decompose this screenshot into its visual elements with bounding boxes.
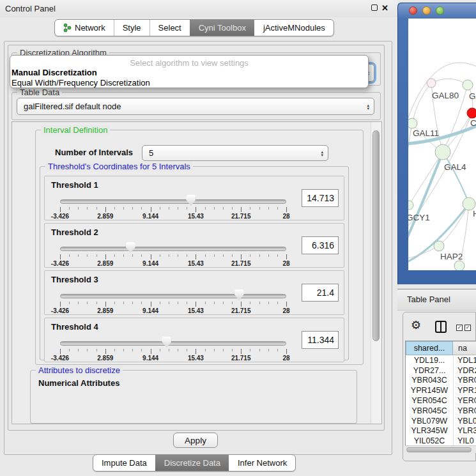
network-node[interactable] — [435, 144, 450, 160]
network-node[interactable] — [454, 261, 464, 270]
table-data-selected: galFiltered.sif default node — [24, 102, 121, 111]
table-row[interactable]: YIL052CYIL0 — [406, 436, 476, 446]
cell-shared-name[interactable]: YBL079W — [406, 416, 454, 426]
dropdown-items: Manual DiscretizationEqual Width/Frequen… — [10, 68, 368, 88]
column-header-shared-name[interactable]: shared... — [406, 341, 453, 355]
settings-scrollbar-thumb[interactable] — [372, 130, 380, 341]
slider-thumb[interactable] — [162, 337, 171, 348]
threshold-4-value-field[interactable] — [302, 331, 339, 349]
table-row[interactable]: YLR345WYLR3 — [406, 426, 476, 436]
tab-cyni-toolbox[interactable]: Cyni Toolbox — [190, 20, 254, 36]
float-window-icon[interactable] — [371, 4, 378, 11]
network-window-titlebar[interactable] — [398, 3, 476, 19]
tab-style[interactable]: Style — [114, 20, 150, 36]
settings-scrollbar[interactable] — [371, 122, 381, 424]
network-edge — [408, 123, 412, 175]
split-columns-icon[interactable] — [435, 321, 447, 333]
network-canvas[interactable]: GAL80GACGAL11GAL4GCY1HHAP2 — [408, 19, 476, 270]
table-row[interactable]: YDL19...YDL1 — [406, 355, 476, 365]
cell-name[interactable]: YBR0 — [454, 376, 476, 386]
close-traffic-light-icon[interactable] — [409, 6, 417, 15]
table-row[interactable]: YBR043CYBR0 — [406, 376, 476, 386]
checkbox-checked-icon[interactable]: ✓ — [456, 325, 463, 331]
table-row[interactable]: YDR27...YDR2 — [406, 365, 476, 376]
tick-label: 9.144 — [142, 355, 158, 362]
threshold-4-panel: Threshold 4 -3.4262.8599.14415.4321.7152… — [44, 318, 344, 362]
cell-shared-name[interactable]: YBR045C — [406, 406, 454, 416]
table-row[interactable]: YBL079WYBL0 — [406, 416, 476, 426]
cell-name[interactable]: YLR3 — [454, 426, 476, 436]
table-row[interactable]: YPR145WYPR1 — [406, 385, 476, 395]
threshold-1-value-field[interactable] — [302, 189, 339, 207]
cell-name[interactable]: YER0 — [454, 395, 476, 406]
table-row[interactable]: YBR045CYBR0 — [406, 406, 476, 416]
zoom-traffic-light-icon[interactable] — [436, 6, 444, 15]
control-panel-title: Control Panel — [5, 4, 56, 13]
threshold-2-value-field[interactable] — [302, 236, 339, 254]
interval-definition-group: Interval Definition Number of Intervals … — [35, 130, 364, 365]
apply-button[interactable]: Apply — [173, 433, 218, 448]
slider-thumb[interactable] — [234, 289, 244, 300]
dropdown-item-equal-width-frequency-discretization[interactable]: Equal Width/Frequency Discretization — [10, 78, 368, 88]
network-node[interactable] — [467, 108, 476, 118]
tick-label: 15.43 — [188, 307, 204, 314]
cell-shared-name[interactable]: YLR345W — [406, 426, 454, 436]
threshold-3-slider[interactable] — [60, 291, 286, 300]
table-row[interactable]: YER054CYER0 — [406, 395, 476, 406]
network-node[interactable] — [408, 118, 417, 128]
checkbox-checked-icon[interactable]: ✓ — [464, 325, 471, 331]
slider-track[interactable] — [60, 199, 286, 204]
cell-name[interactable]: YPR1 — [454, 385, 476, 395]
combo-arrows-icon[interactable]: ▴▾ — [367, 104, 369, 110]
tab-jactivemnodules[interactable]: jActiveMNodules — [254, 20, 334, 36]
tab-network[interactable]: Network — [55, 20, 114, 36]
close-icon[interactable]: ✕ — [381, 4, 388, 12]
thresholds-group-title: Threshold's Coordinates for 5 Intervals — [45, 162, 193, 171]
gear-icon[interactable]: ⚙ — [411, 319, 421, 331]
tab-label: Discretize Data — [164, 458, 220, 468]
cell-shared-name[interactable]: YER054C — [406, 395, 454, 406]
network-node[interactable] — [434, 241, 444, 251]
threshold-2-label: Threshold 2 — [51, 227, 98, 237]
combo-arrows-icon[interactable]: ▴▾ — [321, 150, 323, 157]
cell-shared-name[interactable]: YBR043C — [406, 376, 454, 386]
table-horizontal-scrollbar[interactable] — [405, 445, 476, 453]
cell-shared-name[interactable]: YPR145W — [406, 385, 454, 395]
slider-track[interactable] — [60, 341, 286, 346]
cell-shared-name[interactable]: YDL19... — [406, 355, 454, 365]
network-node[interactable] — [427, 79, 436, 88]
bottom-tab-infer-network[interactable]: Infer Network — [229, 455, 295, 471]
column-header-name[interactable]: na — [453, 341, 476, 355]
number-of-intervals-combobox[interactable]: 5 ▴▾ — [142, 145, 328, 161]
cell-name[interactable]: YDL1 — [454, 355, 476, 365]
network-node[interactable] — [408, 201, 413, 210]
node-attribute-table[interactable]: shared... na YDL19...YDL1YDR27...YDR2YBR… — [405, 341, 476, 453]
table-header-row: shared... na — [406, 341, 476, 355]
bottom-tab-discretize-data[interactable]: Discretize Data — [155, 455, 229, 471]
tab-select[interactable]: Select — [150, 20, 190, 36]
cell-name[interactable]: YBR0 — [454, 406, 476, 416]
cell-name[interactable]: YDR2 — [454, 365, 476, 376]
tab-label: Impute Data — [102, 458, 147, 468]
bottom-tab-impute-data[interactable]: Impute Data — [93, 455, 155, 471]
network-node[interactable] — [463, 197, 475, 210]
cell-shared-name[interactable]: YDR27... — [406, 365, 454, 376]
cell-name[interactable]: YBL0 — [454, 416, 476, 426]
slider-track[interactable] — [60, 247, 286, 251]
minimize-traffic-light-icon[interactable] — [422, 6, 431, 15]
table-data-combobox[interactable]: galFiltered.sif default node ▴▾ — [17, 98, 374, 115]
threshold-4-slider[interactable] — [60, 339, 286, 348]
threshold-3-value-field[interactable] — [302, 284, 339, 302]
network-node[interactable] — [463, 80, 473, 90]
slider-tick-labels: -3.4262.8599.14415.4321.71528 — [60, 260, 286, 268]
threshold-2-slider[interactable] — [60, 244, 286, 253]
tick-label: 2.859 — [97, 307, 113, 314]
slider-track[interactable] — [60, 294, 286, 298]
threshold-1-slider[interactable] — [60, 197, 286, 206]
table-horizontal-scrollbar-thumb[interactable] — [406, 447, 472, 452]
slider-thumb[interactable] — [126, 242, 135, 253]
cell-name[interactable]: YIL0 — [454, 436, 476, 446]
dropdown-item-manual-discretization[interactable]: Manual Discretization — [10, 68, 368, 78]
slider-thumb[interactable] — [186, 195, 196, 206]
cell-shared-name[interactable]: YIL052C — [406, 436, 454, 446]
